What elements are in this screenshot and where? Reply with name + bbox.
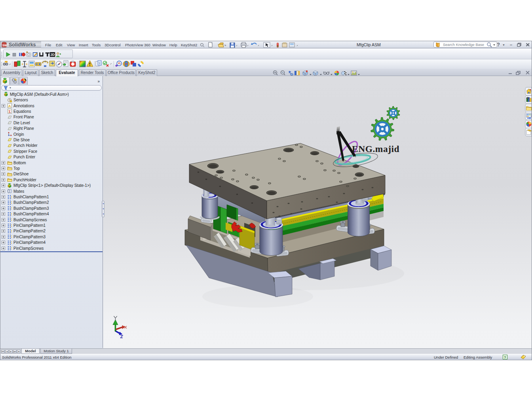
svg-text:?: ?: [504, 355, 506, 359]
svg-text:?: ?: [99, 62, 101, 65]
svg-text:A: A: [8, 104, 11, 108]
svg-text:2D: 2D: [50, 53, 55, 57]
svg-text:Σ: Σ: [9, 110, 11, 114]
svg-text:SW: SW: [2, 44, 7, 47]
svg-text:ENG.majid: ENG.majid: [352, 144, 399, 154]
